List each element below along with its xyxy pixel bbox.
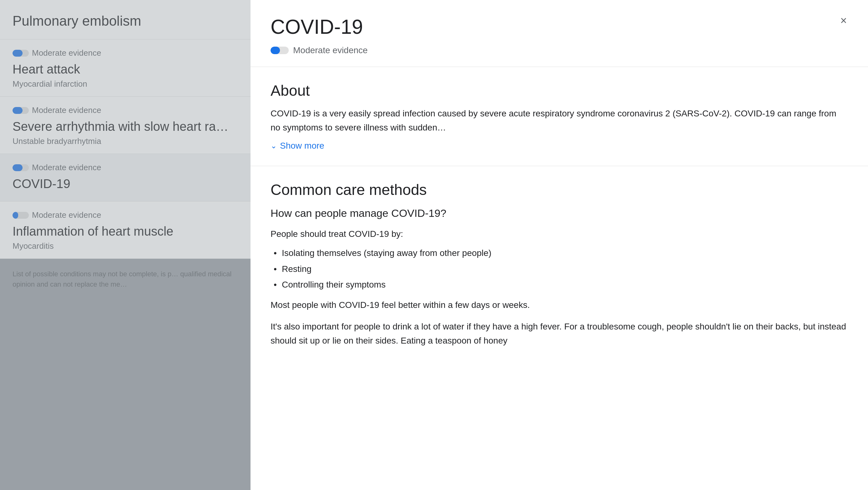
show-more-label: Show more (280, 141, 324, 151)
condition-item-inflammation[interactable]: Moderate evidence Inflammation of heart … (0, 201, 250, 259)
evidence-label-arrhythmia: Moderate evidence (32, 105, 101, 115)
evidence-pill-fill-heart-attack (12, 50, 23, 57)
care-body-1: Most people with COVID-19 feel better wi… (271, 298, 848, 312)
condition-subtitle-inflammation: Myocarditis (12, 241, 238, 251)
close-button[interactable]: × (834, 11, 853, 30)
evidence-pill-inflammation (12, 212, 29, 219)
care-list-item: Controlling their symptoms (271, 278, 848, 292)
disclaimer-text: List of possible conditions may not be c… (0, 259, 250, 299)
evidence-pill-covid19 (12, 164, 29, 171)
detail-panel: COVID-19 Moderate evidence × About COVID… (250, 0, 868, 490)
evidence-badge-arrhythmia: Moderate evidence (12, 105, 238, 115)
detail-title: COVID-19 (271, 15, 848, 39)
condition-title-inflammation: Inflammation of heart muscle (12, 223, 238, 239)
detail-evidence-pill-fill (271, 46, 280, 54)
conditions-list-panel: Pulmonary embolism Moderate evidence Hea… (0, 0, 250, 490)
care-intro: People should treat COVID-19 by: (271, 227, 848, 241)
detail-evidence-row: Moderate evidence (271, 45, 848, 55)
condition-title-pulmonary-embolism: Pulmonary embolism (12, 9, 238, 30)
evidence-pill-fill-inflammation (12, 212, 18, 219)
condition-title-heart-attack: Heart attack (12, 61, 238, 77)
chevron-down-icon: ⌄ (271, 141, 277, 150)
condition-item-heart-attack[interactable]: Moderate evidence Heart attack Myocardia… (0, 39, 250, 97)
show-more-button[interactable]: ⌄ Show more (271, 141, 848, 151)
care-question: How can people manage COVID-19? (271, 206, 848, 221)
evidence-label-covid19: Moderate evidence (32, 163, 101, 172)
care-section: Common care methods How can people manag… (250, 166, 868, 363)
evidence-badge-inflammation: Moderate evidence (12, 210, 238, 220)
detail-header: COVID-19 Moderate evidence × (250, 0, 868, 67)
condition-item-pulmonary-embolism[interactable]: Pulmonary embolism (0, 0, 250, 39)
evidence-label-heart-attack: Moderate evidence (32, 48, 101, 58)
care-heading: Common care methods (271, 181, 848, 198)
condition-subtitle-heart-attack: Myocardial infarction (12, 79, 238, 89)
evidence-label-inflammation: Moderate evidence (32, 210, 101, 220)
condition-item-severe-arrhythmia[interactable]: Moderate evidence Severe arrhythmia with… (0, 97, 250, 154)
condition-subtitle-arrhythmia: Unstable bradyarrhytmia (12, 136, 238, 146)
condition-title-arrhythmia: Severe arrhythmia with slow heart ra… (12, 118, 238, 135)
conditions-list: Pulmonary embolism Moderate evidence Hea… (0, 0, 250, 490)
detail-evidence-label: Moderate evidence (293, 45, 368, 55)
care-list: Isolating themselves (staying away from … (271, 246, 848, 292)
about-section: About COVID-19 is a very easily spread i… (250, 67, 868, 166)
condition-item-covid19[interactable]: Moderate evidence COVID-19 (0, 154, 250, 201)
evidence-badge-heart-attack: Moderate evidence (12, 48, 238, 58)
evidence-pill-arrhythmia (12, 107, 29, 114)
care-list-item: Resting (271, 262, 848, 276)
detail-evidence-pill (271, 46, 289, 54)
care-list-item: Isolating themselves (staying away from … (271, 246, 848, 260)
evidence-pill-heart-attack (12, 50, 29, 57)
care-body-2: It's also important for people to drink … (271, 320, 848, 348)
condition-title-covid19: COVID-19 (12, 175, 238, 192)
evidence-pill-fill-covid19 (12, 164, 23, 171)
about-body: COVID-19 is a very easily spread infecti… (271, 107, 848, 135)
evidence-pill-fill-arrhythmia (12, 107, 23, 114)
about-heading: About (271, 82, 848, 99)
close-icon: × (840, 14, 847, 27)
evidence-badge-covid19: Moderate evidence (12, 163, 238, 172)
